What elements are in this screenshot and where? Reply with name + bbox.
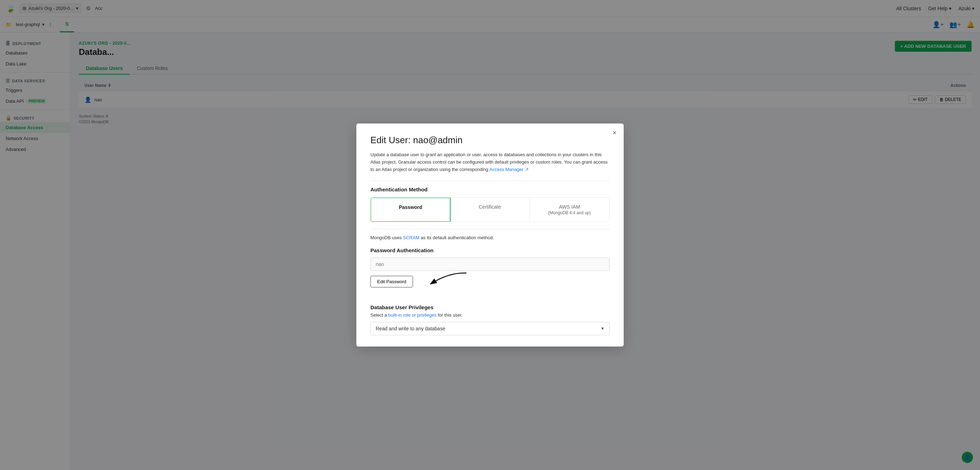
modal-overlay[interactable]: × Edit User: nao@admin Update a database… <box>0 0 980 470</box>
modal-title: Edit User: nao@admin <box>371 135 609 146</box>
scram-link[interactable]: SCRAM <box>403 235 420 240</box>
built-in-role-link[interactable]: built-in role or privileges <box>388 312 436 318</box>
access-manager-link[interactable]: Access Manager ↗ <box>489 167 528 172</box>
auth-method-password[interactable]: Password <box>371 198 450 222</box>
privileges-title: Database User Privileges <box>371 304 609 310</box>
privileges-desc: Select a built-in role or privileges for… <box>371 312 609 318</box>
password-auth-title: Password Authentication <box>371 247 609 253</box>
auth-method-aws-iam-label: AWS IAM <box>537 204 602 210</box>
auth-method-section-title: Authentication Method <box>371 186 609 193</box>
auth-method-aws-iam-sub: (MongoDB 4.4 and up) <box>537 210 602 215</box>
auth-method-certificate[interactable]: Certificate <box>450 198 530 221</box>
arrow-annotation <box>417 269 474 291</box>
auth-method-certificate-label: Certificate <box>457 204 522 210</box>
auth-methods-group: Password Certificate AWS IAM (MongoDB 4.… <box>371 198 609 222</box>
modal-description: Update a database user to grant an appli… <box>371 151 609 173</box>
scram-note: MongoDB uses SCRAM as its default authen… <box>371 235 609 240</box>
modal-divider-1 <box>371 180 609 181</box>
privileges-select-wrapper: Read and write to any database Only read… <box>371 322 609 335</box>
auth-method-password-label: Password <box>378 204 443 210</box>
privileges-select[interactable]: Read and write to any database Only read… <box>371 322 609 335</box>
modal-divider-2 <box>371 229 609 229</box>
username-field[interactable] <box>371 258 609 271</box>
edit-password-button[interactable]: Edit Password <box>371 276 413 287</box>
modal-close-button[interactable]: × <box>612 129 617 136</box>
auth-method-aws-iam[interactable]: AWS IAM (MongoDB 4.4 and up) <box>530 198 609 221</box>
edit-password-wrapper: Edit Password <box>371 276 413 287</box>
edit-user-modal: × Edit User: nao@admin Update a database… <box>356 123 624 346</box>
